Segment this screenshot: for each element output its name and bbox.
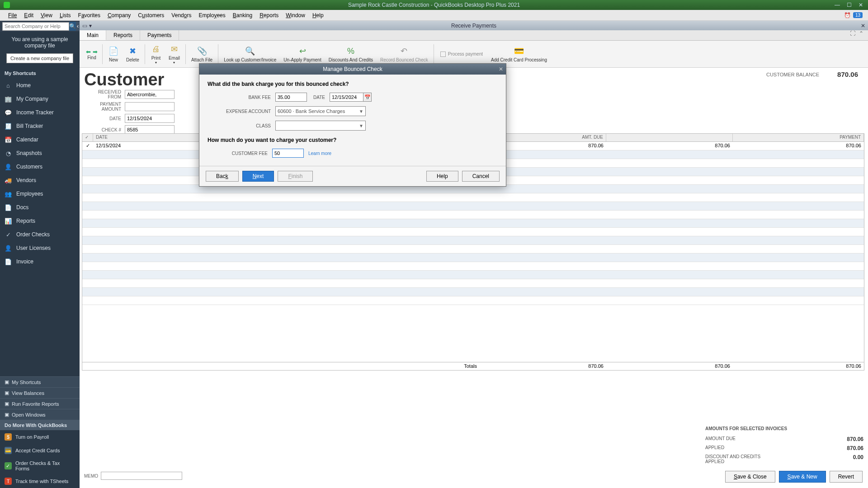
- footer-run-favorite-reports[interactable]: ▣ Run Favorite Reports: [0, 398, 80, 409]
- footer-turn-on-payroll[interactable]: $Turn on Payroll: [0, 430, 80, 444]
- email-button[interactable]: ✉Email▾: [165, 42, 184, 67]
- tab-payments[interactable]: Payments: [140, 30, 179, 40]
- sidebar-item-order-checks[interactable]: ✓Order Checks: [0, 228, 80, 241]
- prev-arrow-icon[interactable]: ⬅: [86, 48, 91, 55]
- dialog-close-icon[interactable]: ✕: [499, 66, 503, 72]
- menu-company[interactable]: Company: [104, 12, 134, 19]
- date-input[interactable]: [125, 114, 175, 123]
- sidebar-item-income-tracker[interactable]: 💬Income Tracker: [0, 106, 80, 119]
- sidebar-item-reports[interactable]: 📊Reports: [0, 214, 80, 228]
- invoice-icon: 📄: [5, 258, 12, 265]
- revert-button[interactable]: Revert: [830, 471, 863, 483]
- row-check[interactable]: ✓: [82, 142, 93, 150]
- maximize-icon[interactable]: ☐: [844, 1, 854, 9]
- process-payment-checkbox[interactable]: Process payment: [436, 52, 487, 57]
- footer-open-windows[interactable]: ▣ Open Windows: [0, 409, 80, 420]
- create-company-button[interactable]: Create a new company file: [6, 53, 73, 63]
- finish-button[interactable]: Finish: [278, 171, 313, 182]
- save-close-button[interactable]: Save & Close: [725, 471, 775, 483]
- expand-icon[interactable]: ⛶: [850, 30, 855, 37]
- learn-more-link[interactable]: Learn more: [308, 151, 331, 156]
- footer-accept-cards[interactable]: 💳Accept Credit Cards: [0, 444, 80, 457]
- footer-my-shortcuts[interactable]: ▣ My Shortcuts: [0, 376, 80, 387]
- footer-tsheets[interactable]: TTrack time with TSheets: [0, 474, 80, 488]
- menu-reports[interactable]: Reports: [256, 12, 282, 19]
- customer-fee-input[interactable]: [272, 149, 304, 158]
- footer-view-balances[interactable]: ▣ View Balances: [0, 387, 80, 398]
- subwindow-menu-icon[interactable]: ▾: [89, 23, 92, 29]
- notification-badge[interactable]: 13: [853, 12, 863, 18]
- payment-amount-label: PAYMENT AMOUNT: [84, 102, 125, 112]
- col-payment[interactable]: PAYMENT: [733, 134, 864, 141]
- bank-fee-input[interactable]: [275, 93, 307, 102]
- received-from-input[interactable]: [125, 90, 175, 99]
- save-new-button[interactable]: Save & New: [779, 471, 826, 483]
- discount-value: 0.00: [853, 454, 863, 464]
- search-input[interactable]: [2, 22, 69, 31]
- menu-lists[interactable]: Lists: [56, 12, 75, 19]
- sidebar-item-my-company[interactable]: 🏢My Company: [0, 92, 80, 106]
- menu-file[interactable]: File: [5, 12, 20, 19]
- col-check[interactable]: ✓: [82, 134, 93, 141]
- menu-edit[interactable]: Edit: [20, 12, 37, 19]
- footer-order-checks-forms[interactable]: ✓Order Checks & Tax Forms: [0, 457, 80, 474]
- cards-icon: 💳: [5, 447, 12, 454]
- sidebar-item-snapshots[interactable]: ◔Snapshots: [0, 146, 80, 160]
- my-shortcuts-header: My Shortcuts: [0, 68, 80, 79]
- sidebar-item-docs[interactable]: 📄Docs: [0, 201, 80, 214]
- calendar-picker-icon[interactable]: 📅: [363, 93, 372, 102]
- menu-help[interactable]: Help: [309, 12, 327, 19]
- sidebar-item-user-licenses[interactable]: 👤User Licenses: [0, 241, 80, 255]
- delete-button[interactable]: ✖Delete: [123, 42, 143, 67]
- sidebar-item-bill-tracker[interactable]: 🧾Bill Tracker: [0, 119, 80, 133]
- tab-reports[interactable]: Reports: [106, 30, 140, 40]
- class-dropdown[interactable]: ▼: [275, 121, 366, 131]
- sidebar-item-calendar[interactable]: 📅Calendar: [0, 133, 80, 146]
- find-nav: ⬅➡ Find: [83, 48, 100, 60]
- tab-main[interactable]: Main: [80, 30, 106, 40]
- reminder-icon[interactable]: ⏰: [844, 12, 851, 19]
- new-icon: 📄: [108, 46, 119, 56]
- sidebar-item-customers[interactable]: 👤Customers: [0, 160, 80, 174]
- sidebar-item-invoice[interactable]: 📄Invoice: [0, 255, 80, 268]
- payment-amount-input[interactable]: [125, 102, 175, 111]
- menu-vendors[interactable]: Vendors: [168, 12, 195, 19]
- sidebar-item-vendors[interactable]: 🚚Vendors: [0, 174, 80, 187]
- menu-employees[interactable]: Employees: [195, 12, 229, 19]
- next-button[interactable]: Next: [242, 171, 274, 182]
- memo-input[interactable]: [101, 472, 182, 480]
- next-arrow-icon[interactable]: ➡: [93, 48, 98, 55]
- menu-customers[interactable]: Customers: [134, 12, 168, 19]
- back-button[interactable]: Back: [206, 171, 239, 182]
- customer-balance-value: 870.06: [837, 70, 858, 78]
- applied-value: 870.06: [847, 445, 863, 451]
- minimize-icon[interactable]: —: [832, 1, 842, 9]
- find-button[interactable]: Find: [87, 55, 96, 60]
- check-label: CHECK #: [84, 127, 125, 132]
- check-input[interactable]: [125, 125, 175, 134]
- snapshots-icon: ◔: [5, 150, 12, 157]
- subwindow-restore-icon[interactable]: ▭: [82, 23, 87, 29]
- subwindow-close-icon[interactable]: ✕: [861, 23, 865, 29]
- sidebar-item-home[interactable]: ⌂Home: [0, 79, 80, 92]
- collapse-icon[interactable]: ⌃: [859, 30, 863, 37]
- discounts-icon: %: [345, 46, 356, 56]
- menu-view[interactable]: View: [37, 12, 56, 19]
- sidebar-item-employees[interactable]: 👥Employees: [0, 187, 80, 201]
- lookup-icon: 🔍: [245, 46, 255, 56]
- collapse-sidebar-button[interactable]: ‹: [76, 22, 80, 31]
- new-button[interactable]: 📄New: [104, 42, 123, 67]
- close-icon[interactable]: ✕: [856, 1, 866, 9]
- menu-banking[interactable]: Banking: [229, 12, 256, 19]
- menu-window[interactable]: Window: [282, 12, 309, 19]
- print-button[interactable]: 🖨Print▾: [147, 42, 165, 67]
- menu-favorites[interactable]: Favorites: [75, 12, 104, 19]
- cancel-button[interactable]: Cancel: [462, 171, 500, 182]
- search-button[interactable]: 🔍: [69, 22, 76, 31]
- help-button[interactable]: Help: [426, 171, 458, 182]
- col-amt-due2[interactable]: [606, 134, 733, 141]
- unapply-icon: ↩: [297, 46, 308, 56]
- modal-date-input[interactable]: [330, 93, 363, 102]
- expense-account-dropdown[interactable]: 60600 · Bank Service Charges ▼: [275, 106, 366, 116]
- totals-3: 870.06: [733, 362, 864, 370]
